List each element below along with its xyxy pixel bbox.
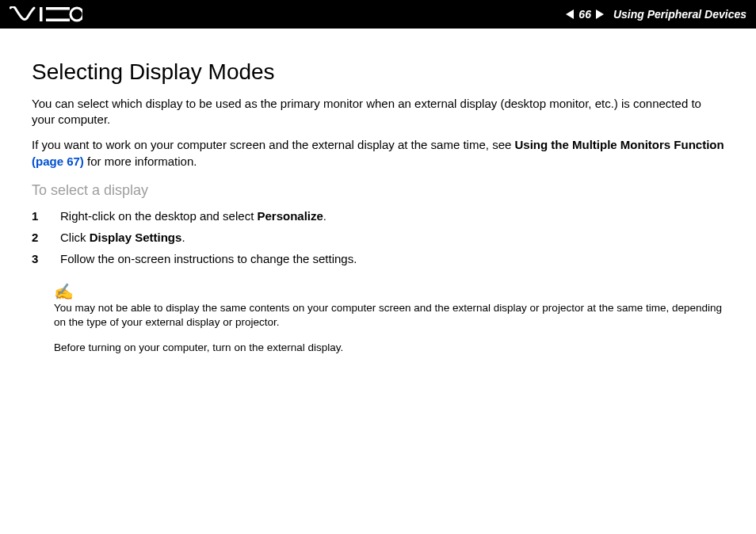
svg-rect-1: [46, 7, 70, 10]
vaio-logo: [10, 6, 82, 22]
page-title: Selecting Display Modes: [32, 60, 724, 85]
intro2-text-a: If you want to work on your computer scr…: [32, 138, 514, 151]
intro2-bold: Using the Multiple Monitors Function: [514, 138, 724, 151]
step-item: 3 Follow the on-screen instructions to c…: [32, 248, 724, 269]
svg-rect-0: [40, 7, 43, 21]
step-item: 2 Click Display Settings.: [32, 227, 724, 248]
steps-list: 1 Right-click on the desktop and select …: [32, 205, 724, 269]
note-block: ✍ You may not be able to display the sam…: [54, 284, 724, 356]
step-text: Click Display Settings.: [60, 227, 185, 248]
prev-page-arrow-icon[interactable]: [566, 10, 574, 19]
note-text-2: Before turning on your computer, turn on…: [54, 341, 724, 355]
note-text-1: You may not be able to display the same …: [54, 301, 724, 330]
page-number: 66: [578, 8, 591, 21]
next-page-arrow-icon[interactable]: [596, 10, 604, 19]
intro-paragraph-1: You can select which display to be used …: [32, 96, 724, 128]
note-icon: ✍: [54, 284, 724, 299]
step-item: 1 Right-click on the desktop and select …: [32, 205, 724, 227]
page-content: Selecting Display Modes You can select w…: [0, 29, 756, 355]
intro2-text-b: for more information.: [84, 154, 197, 168]
step-text: Right-click on the desktop and select Pe…: [60, 205, 326, 227]
intro-paragraph-2: If you want to work on your computer scr…: [32, 137, 724, 170]
subheading: To select a display: [32, 182, 724, 199]
step-number: 3: [32, 248, 41, 269]
step-number: 1: [32, 205, 41, 227]
svg-point-3: [71, 8, 82, 21]
header-bar: 66 Using Peripheral Devices: [0, 0, 756, 29]
section-title: Using Peripheral Devices: [613, 8, 746, 21]
step-number: 2: [32, 227, 41, 248]
step-text: Follow the on-screen instructions to cha…: [60, 248, 357, 269]
svg-rect-2: [46, 19, 70, 22]
page-67-link[interactable]: (page 67): [32, 154, 84, 168]
manual-page: 66 Using Peripheral Devices Selecting Di…: [0, 0, 756, 534]
header-nav: 66 Using Peripheral Devices: [566, 8, 756, 21]
